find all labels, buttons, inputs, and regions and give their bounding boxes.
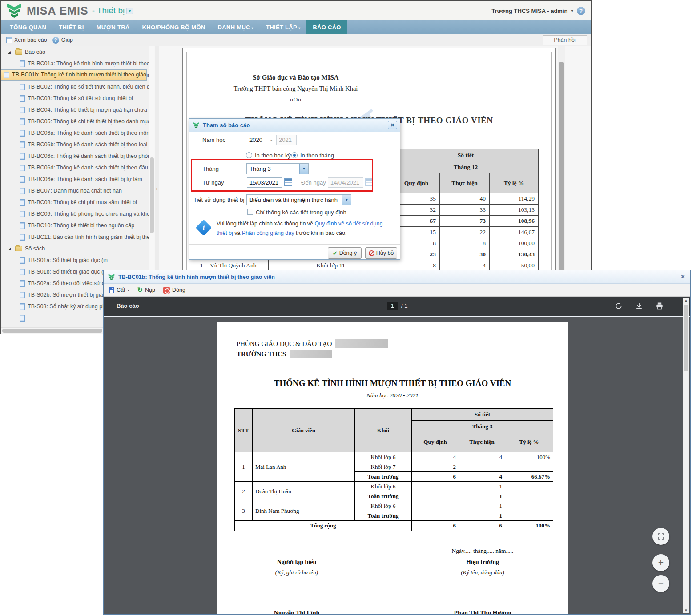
tree-item[interactable]: TB-BC03: Thống kê số tiết sử dụng thiết … <box>1 93 154 104</box>
zoom-in-button[interactable]: + <box>652 554 669 571</box>
dialog-titlebar[interactable]: Tham số báo cáo ✕ <box>189 119 400 132</box>
report-icon <box>20 269 25 275</box>
module-dropdown-icon[interactable]: ▾ <box>126 8 133 14</box>
tree-item[interactable]: TB-BC09: Thống kê phòng học chức năng và… <box>1 208 154 220</box>
dialog-note: Vui lòng thiết lập chính xác thông tin v… <box>217 219 394 238</box>
tree-item[interactable]: TB-BC10: Thống kê thiết bị theo nguồn cấ… <box>1 220 154 231</box>
feedback-button[interactable]: Phản hồi <box>543 35 587 45</box>
scrollbar-thumb[interactable] <box>559 62 564 294</box>
nav-kho-phong[interactable]: KHO/PHÒNG BỘ MÔN <box>136 20 212 34</box>
radio-semester[interactable] <box>246 152 252 158</box>
close-icon[interactable]: ✕ <box>388 121 397 129</box>
view-report-button[interactable]: Xem báo cáo <box>6 37 47 43</box>
expand-icon[interactable]: ◢ <box>8 247 12 251</box>
tree-folder-bao-cao[interactable]: ◢Báo cáo <box>1 46 154 58</box>
tree-item[interactable]: TB-BC06d: Thống kê danh sách thiết bị th… <box>1 162 154 173</box>
tree-item[interactable]: TB-S01a: Sổ thiết bị giáo dục (in <box>1 254 154 266</box>
report-icon <box>20 292 25 298</box>
radio-month-label[interactable]: In theo tháng <box>300 152 334 159</box>
tree-item[interactable]: TB-BC02: Thống kê số tiết thực hành, biể… <box>1 81 154 93</box>
sig-right-title: Hiệu trưởng <box>412 559 553 566</box>
collapse-icon[interactable]: ◂ <box>155 187 157 191</box>
col-so-tiet: Số tiết <box>393 149 539 161</box>
scrollbar-thumb[interactable] <box>684 305 688 371</box>
year-from-input[interactable]: 2020 <box>247 135 267 145</box>
scrollbar-thumb[interactable] <box>150 157 154 233</box>
rotate-icon[interactable] <box>614 301 624 311</box>
expand-icon[interactable]: ◢ <box>8 50 12 54</box>
download-icon[interactable] <box>634 301 644 311</box>
zoom-out-button[interactable]: − <box>652 575 669 592</box>
popup-vertical-scrollbar[interactable]: ▲ ▼ <box>683 298 689 613</box>
radio-semester-label[interactable]: In theo học kỳ <box>255 152 291 159</box>
report-department: Sở Giáo dục và Đào tạo MISA <box>209 74 382 81</box>
link-phan-cong[interactable]: Phân công giảng dạy <box>242 230 294 236</box>
scrollbar-thumb[interactable] <box>2 329 102 333</box>
checkbox-label[interactable]: Chỉ thống kê các tiết trong quy định <box>256 209 346 216</box>
report-school: TRƯỜNG THCS <box>237 350 332 358</box>
device-period-select[interactable]: Biểu diễn và thí nghiệm thực hành▾ <box>246 194 351 205</box>
module-name: - Thiết bị <box>92 6 125 16</box>
report-table: STTGiáo viênKhốiSố tiết Tháng 3 Quy định… <box>234 408 553 531</box>
year-to-input[interactable]: 2021 <box>276 135 297 145</box>
report-parameters-dialog: Tham số báo cáo ✕ Năm học 2020 - 2021 In… <box>189 118 400 260</box>
tree-folder-so-sach[interactable]: ◢Sổ sách <box>1 243 154 254</box>
reload-icon: ↻ <box>137 286 143 294</box>
tree-item[interactable]: TB-BC06a: Thống kê danh sách thiết bị th… <box>1 127 154 139</box>
nav-tong-quan[interactable]: TỔNG QUAN <box>4 20 52 34</box>
close-button[interactable]: Đóng <box>163 287 185 294</box>
nav-muon-tra[interactable]: MƯỢN TRẢ <box>90 20 136 34</box>
tree-item-selected[interactable]: TB-BC01b: Thống kê tình hình mượn thiết … <box>1 69 147 81</box>
chevron-down-icon: ▾ <box>298 26 300 30</box>
nav-bao-cao[interactable]: BÁO CÁO <box>306 20 347 34</box>
tree-item[interactable]: TB-BC06e: Thống kê danh sách thiết bị tự… <box>1 173 154 185</box>
viewer-body: PHÒNG GIÁO DỤC & ĐÀO TẠO TRƯỜNG THCS THỐ… <box>104 317 690 614</box>
reload-button[interactable]: ↻Nạp <box>137 286 155 294</box>
tree-item[interactable]: TB-BC01a: Thống kê tình hình mượn thiết … <box>1 58 154 69</box>
scroll-up-icon[interactable]: ▲ <box>683 298 689 302</box>
fit-page-button[interactable] <box>652 528 669 545</box>
account-name[interactable]: Trường THCS MISA - admin <box>491 8 567 14</box>
help-button[interactable]: ?Giúp <box>52 37 73 44</box>
close-icon[interactable]: ✕ <box>679 274 687 280</box>
nav-danh-muc[interactable]: DANH MỤC▾ <box>212 20 260 34</box>
tree-item[interactable]: TB-BC11: Báo cáo tình hình tăng giảm thi… <box>1 231 154 243</box>
highlight-annotation <box>191 159 373 192</box>
nav-thiet-lap[interactable]: THIẾT LẬP▾ <box>260 20 306 34</box>
tree-item[interactable]: TB-BC06b: Thống kê danh sách thiết bị th… <box>1 139 154 150</box>
report-icon <box>20 130 25 137</box>
current-page-input[interactable]: 1 <box>387 302 398 310</box>
ok-button[interactable]: ✔Đồng ý <box>328 247 362 259</box>
nav-thiet-bi[interactable]: THIẾT BỊ <box>52 20 90 34</box>
report-icon <box>20 107 25 113</box>
popup-titlebar[interactable]: TB-BC01b: Thống kê tình hình mượn thiết … <box>104 270 690 284</box>
save-button[interactable]: Cất▾ <box>109 287 129 293</box>
tree-item[interactable]: TB-BC05: Thống kê chi tiết thiết bị theo… <box>1 116 154 127</box>
sig-left-title: Người lập biểu <box>243 559 350 566</box>
chevron-down-icon: ▾ <box>127 288 129 292</box>
tree-item[interactable]: TB-BC06c: Thống kê danh sách thiết bị th… <box>1 150 154 162</box>
redacted-text <box>335 339 388 348</box>
only-regulated-checkbox[interactable] <box>247 209 253 215</box>
report-icon <box>20 199 25 206</box>
report-page: PHÒNG GIÁO DỤC & ĐÀO TẠO TRƯỜNG THCS THỐ… <box>217 322 568 614</box>
viewer-toolbar: Báo cáo 1/ 1 <box>104 297 690 316</box>
report-icon <box>20 234 25 241</box>
tree-item[interactable]: TB-BC07: Danh mục hóa chất hết hạn <box>1 185 154 197</box>
report-icon <box>20 222 25 229</box>
print-icon[interactable] <box>655 301 664 311</box>
chevron-down-icon[interactable]: ▾ <box>342 195 351 205</box>
tree-item[interactable]: TB-BC04: Thống kê thiết bị mượn quá hạn … <box>1 104 154 116</box>
radio-month[interactable] <box>291 152 298 158</box>
help-icon[interactable]: ? <box>577 7 585 15</box>
report-subtitle: Năm học 2020 - 2021 <box>217 392 568 399</box>
report-icon <box>20 141 25 148</box>
tree-item[interactable]: TB-BC08: Thống kê chi phí mua sắm thiết … <box>1 197 154 208</box>
account-dropdown-icon[interactable]: ▾ <box>571 8 573 13</box>
report-icon <box>4 72 9 78</box>
cancel-button[interactable]: Hủy bỏ <box>365 247 397 259</box>
col-so-tiet: Số tiết <box>412 409 553 421</box>
scroll-down-icon[interactable]: ▼ <box>683 608 689 612</box>
dialog-footer: ✔Đồng ý Hủy bỏ <box>189 244 400 260</box>
report-icon <box>20 60 25 67</box>
